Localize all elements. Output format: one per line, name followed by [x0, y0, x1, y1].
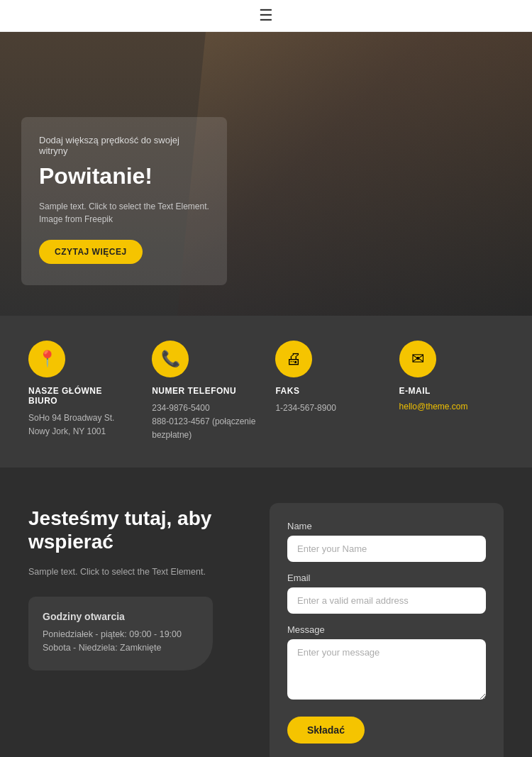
- email-label: Email: [287, 573, 486, 583]
- contact-value-office: SoHo 94 Broadway St.Nowy Jork, NY 1001: [28, 411, 114, 438]
- support-description: Sample text. Click to select the Text El…: [28, 565, 241, 579]
- read-more-button[interactable]: CZYTAJ WIĘCEJ: [39, 240, 143, 264]
- hero-title: Powitanie!: [39, 163, 209, 189]
- support-left-panel: Jesteśmy tutaj, aby wspierać Sample text…: [28, 503, 241, 670]
- contact-label-fax: FAKS: [275, 386, 299, 396]
- support-title: Jesteśmy tutaj, aby wspierać: [28, 507, 241, 554]
- hours-weekend: Sobota - Niedziela: Zamknięte: [43, 643, 195, 653]
- contact-info-section: 📍 NASZE GŁÓWNE BIURO SoHo 94 Broadway St…: [0, 316, 532, 468]
- email-field-group: Email: [287, 573, 486, 614]
- hero-subtitle: Dodaj większą prędkość do swojej witryny: [39, 135, 209, 156]
- location-icon: 📍: [28, 341, 65, 377]
- name-input[interactable]: [287, 536, 486, 562]
- contact-item-email: ✉ E-MAIL hello@theme.com: [399, 341, 504, 411]
- message-field-group: Message: [287, 624, 486, 702]
- message-label: Message: [287, 624, 486, 635]
- hero-section: Dodaj większą prędkość do swojej witryny…: [0, 32, 532, 316]
- header: ☰: [0, 0, 532, 32]
- support-section: Jesteśmy tutaj, aby wspierać Sample text…: [0, 468, 532, 757]
- email-icon: ✉: [399, 341, 436, 377]
- contact-item-phone: 📞 NUMER TELEFONU 234-9876-5400888-0123-4…: [152, 341, 256, 443]
- contact-item-office: 📍 NASZE GŁÓWNE BIURO SoHo 94 Broadway St…: [28, 341, 133, 438]
- submit-button[interactable]: Składać: [287, 717, 365, 744]
- contact-label-office: NASZE GŁÓWNE BIURO: [28, 386, 133, 406]
- contact-value-phone: 234-9876-5400888-0123-4567 (połączenie b…: [152, 402, 256, 443]
- hours-weekday: Poniedziałek - piątek: 09:00 - 19:00: [43, 629, 195, 639]
- phone-icon: 📞: [152, 341, 189, 377]
- contact-item-fax: 🖨 FAKS 1-234-567-8900: [275, 341, 379, 415]
- message-textarea[interactable]: [287, 639, 486, 700]
- name-field-group: Name: [287, 521, 486, 562]
- contact-link-email[interactable]: hello@theme.com: [399, 402, 468, 411]
- hero-content-box: Dodaj większą prędkość do swojej witryny…: [21, 117, 227, 285]
- contact-label-phone: NUMER TELEFONU: [152, 386, 236, 396]
- fax-icon: 🖨: [275, 341, 312, 377]
- hours-title: Godziny otwarcia: [43, 611, 195, 622]
- contact-form: Name Email Message Składać: [270, 503, 504, 757]
- name-label: Name: [287, 521, 486, 531]
- email-input[interactable]: [287, 587, 486, 614]
- hours-box: Godziny otwarcia Poniedziałek - piątek: …: [28, 597, 213, 670]
- menu-icon[interactable]: ☰: [259, 6, 273, 25]
- contact-value-fax: 1-234-567-8900: [275, 402, 336, 415]
- hero-description: Sample text. Click to select the Text El…: [39, 200, 209, 226]
- contact-label-email: E-MAIL: [399, 386, 431, 396]
